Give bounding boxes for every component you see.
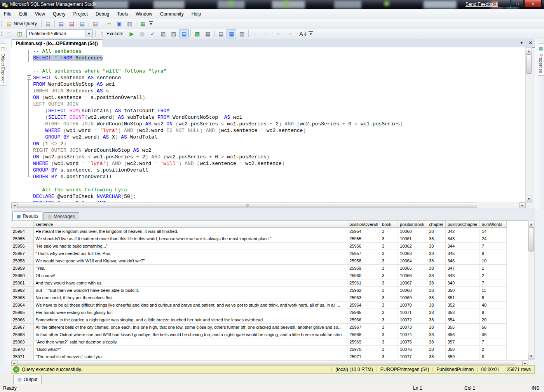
code-line[interactable]: FROM WordCountNoStop AS wc1 xyxy=(33,81,403,88)
change-connection-icon[interactable]: ◫ xyxy=(15,29,24,38)
fold-collapse-icon[interactable]: – xyxy=(27,75,31,80)
code-line[interactable]: GROUP BY s.sentence, s.positionOverall xyxy=(33,167,403,173)
show-results-pane-icon[interactable]: ▤ xyxy=(179,29,189,38)
minimize-button[interactable]: – xyxy=(498,0,511,7)
scroll-down-icon[interactable]: ▼ xyxy=(526,196,532,202)
code-line[interactable]: -- All the words following Lyra xyxy=(33,187,403,193)
column-header-chapter[interactable]: chapter xyxy=(427,221,446,228)
include-actual-plan-icon[interactable]: ▩ xyxy=(192,29,202,38)
sql-code-editor[interactable]: – -- All sentencesSELECT * FROM Sentence… xyxy=(11,47,525,202)
dmx-query-icon[interactable]: ▤ xyxy=(67,19,77,28)
scroll-up-icon[interactable]: ▲ xyxy=(528,221,534,227)
editor-vertical-scrollbar[interactable]: ▲ ▼ xyxy=(525,47,532,203)
table-row[interactable]: 25954He meant the kingdom was over, the … xyxy=(11,228,506,235)
menu-debug[interactable]: Debug xyxy=(92,9,113,19)
code-line[interactable]: RIGHT OUTER JOIN WordCountNoStop AS wc2 … xyxy=(33,121,403,127)
column-header-sentence[interactable]: sentence xyxy=(33,221,347,228)
new-query-button[interactable]: ▤New Query xyxy=(4,19,40,28)
column-header-positionBook[interactable]: positionBook xyxy=(398,221,427,228)
table-row[interactable]: 25966Somewhere in the garden a nightinga… xyxy=(11,316,506,324)
table-row[interactable]: 25965Her hands were resting on his gloss… xyxy=(11,309,506,316)
specify-template-parameters-icon[interactable]: ▨ xyxy=(169,29,178,38)
table-row[interactable]: 25971"The republic of heaven," said Lyra… xyxy=(11,353,506,361)
tab-output[interactable]: ▤ Output xyxy=(13,375,42,384)
save-icon[interactable]: ▣ xyxy=(114,19,124,28)
column-header-positionOverall[interactable]: positionOverall xyxy=(347,221,380,228)
code-line[interactable]: -- All sentences where "will" follows "l… xyxy=(33,68,403,75)
menu-file[interactable]: File xyxy=(0,9,15,19)
activity-monitor-icon[interactable]: ▦ xyxy=(138,19,148,28)
table-row[interactable]: 25958We would have gone with W1ll and Ki… xyxy=(11,257,506,265)
scrollbar-thumb[interactable] xyxy=(18,203,477,208)
scrollbar-thumb[interactable] xyxy=(526,54,532,74)
grid-vertical-scrollbar[interactable]: ▲ ▼ xyxy=(528,220,535,360)
menu-community[interactable]: Community xyxy=(156,9,188,19)
decrease-indent-icon[interactable]: ⇤ xyxy=(274,29,284,38)
send-feedback-link[interactable]: Send Feedback xyxy=(466,2,498,7)
results-to-grid-icon[interactable]: ▦ xyxy=(227,29,236,38)
scroll-left-icon[interactable]: ◄ xyxy=(11,202,18,208)
table-row[interactable]: 25960Of course!25960310066383482 xyxy=(11,272,506,279)
column-header-book[interactable]: book xyxy=(380,221,398,228)
results-to-text-icon[interactable]: ▤ xyxy=(216,29,226,38)
database-engine-query-icon[interactable]: ▤ xyxy=(43,19,53,28)
execute-button[interactable]: !Execute xyxy=(97,29,126,38)
code-line[interactable]: GROUP BY wc2.word) AS X) AS WordTotal xyxy=(33,134,403,140)
code-line[interactable]: (SELECT SUM(subTotals) AS totalCount FRO… xyxy=(33,108,403,114)
code-line[interactable]: SELECT s.sentence AS sentence xyxy=(33,75,403,81)
analysis-query-icon[interactable]: ▤ xyxy=(91,19,100,28)
toolbar-overflow-icon[interactable]: ▾ xyxy=(149,21,153,26)
scroll-right-icon[interactable]: ► xyxy=(519,202,526,208)
code-line[interactable]: (SELECT COUNT(wc2.word) AS subTotals FRO… xyxy=(33,114,403,121)
restore-button[interactable]: □ xyxy=(511,0,524,7)
tab-messages[interactable]: ▤Messages xyxy=(43,212,79,220)
menu-help[interactable]: Help xyxy=(188,9,205,19)
code-line[interactable]: -- All sentences xyxy=(33,48,403,55)
table-row[interactable]: 25962But –" "But then we wouldn't have b… xyxy=(11,287,506,294)
sidebar-tab-object-explorer[interactable]: ◫ Object Explorer xyxy=(0,43,6,86)
uncomment-selection-icon[interactable]: ≡ xyxy=(261,29,270,38)
code-line[interactable]: DECLARE @wordToCheck NVARCHAR(50); xyxy=(33,193,403,200)
tab-results[interactable]: ▦Results xyxy=(12,212,42,220)
parse-button[interactable]: ✓ xyxy=(148,29,157,38)
sort-icon[interactable]: A↓ xyxy=(298,29,307,38)
menu-window[interactable]: Window xyxy=(132,9,156,19)
database-selector[interactable]: PublishedPullman ▼ xyxy=(26,29,92,38)
increase-indent-icon[interactable]: ⇥ xyxy=(284,29,294,38)
code-line[interactable]: ON (wc1.sentence = s.positionOverall) xyxy=(33,94,403,101)
table-row[interactable]: 25957"That's why we needed our full life… xyxy=(11,250,506,257)
xmla-query-icon[interactable]: ▤ xyxy=(77,19,87,28)
table-row[interactable]: 25961And they would have come with us.25… xyxy=(11,279,506,287)
toolbar-grip[interactable] xyxy=(1,21,2,27)
print-icon[interactable]: ▥ xyxy=(125,19,134,28)
chevron-down-icon[interactable]: ▼ xyxy=(85,30,92,37)
close-button[interactable]: ✕ xyxy=(524,0,542,7)
menu-query[interactable]: Query xyxy=(49,9,70,19)
menu-project[interactable]: Project xyxy=(70,9,92,19)
menu-tools[interactable]: Tools xyxy=(113,9,132,19)
close-document-icon[interactable]: ✕ xyxy=(529,40,532,45)
table-row[interactable]: 25970"Build what?"25970310076383582 xyxy=(11,346,506,353)
column-header-row-selector[interactable] xyxy=(11,221,33,228)
table-row[interactable]: 25963No one could, if they put themselve… xyxy=(11,294,506,302)
code-line[interactable]: RIGHT OUTER JOIN WordCountNoStop AS wc2 xyxy=(33,147,403,154)
table-row[interactable]: 25968In that other Oxford where she and … xyxy=(11,331,506,338)
code-line[interactable]: LEFT OUTER JOIN xyxy=(33,101,403,108)
stop-button[interactable]: ■ xyxy=(137,29,147,38)
include-client-statistics-icon[interactable]: ▦ xyxy=(203,29,213,38)
scroll-down-icon[interactable]: ▼ xyxy=(528,353,534,359)
table-row[interactable]: 25959"Yes.25959310065383471 xyxy=(11,265,506,272)
column-header-numWords[interactable]: numWords xyxy=(479,221,506,228)
table-row[interactable]: 25956"He said we had to build something.… xyxy=(11,243,506,250)
mdx-query-icon[interactable]: ▤ xyxy=(56,19,66,28)
sidebar-tab-properties[interactable]: ▤ Properties xyxy=(538,43,544,76)
toolbar-overflow-icon[interactable]: ▾ xyxy=(309,31,313,36)
code-line[interactable]: SELECT * FROM Sentences xyxy=(33,55,403,61)
comment-selection-icon[interactable]: ≡ xyxy=(250,29,260,38)
open-file-icon[interactable]: ▱ xyxy=(104,19,113,28)
toolbar-grip[interactable] xyxy=(1,31,2,37)
code-line[interactable]: ORDER BY s.positionOverall xyxy=(33,173,403,180)
scroll-up-icon[interactable]: ▲ xyxy=(526,48,532,54)
code-line[interactable] xyxy=(33,180,403,187)
connect-icon[interactable]: ◫ xyxy=(4,29,14,38)
